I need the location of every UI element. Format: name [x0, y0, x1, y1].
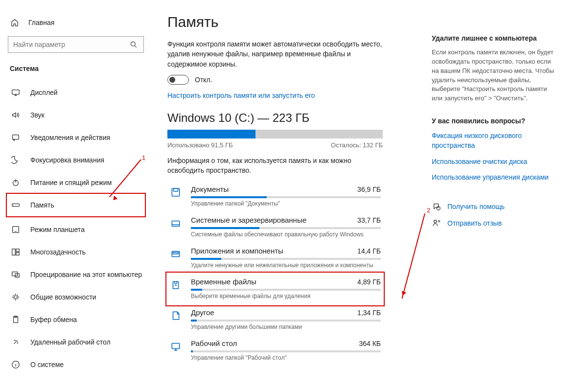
sidebar-item-label: Уведомления и действия [30, 134, 110, 141]
tablet-icon [11, 225, 21, 234]
sidebar-item-label: Общие возможности [30, 293, 96, 301]
sidebar-item-label: Звук [30, 111, 45, 119]
sidebar-item-sound[interactable]: Звук [7, 104, 145, 126]
page-title: Память [167, 14, 412, 30]
help-link-disk-cleanup[interactable]: Использование очистки диска [432, 157, 559, 166]
category-bar [191, 350, 381, 352]
storage-sense-toggle[interactable] [167, 75, 189, 85]
storage-category-row[interactable]: Приложения и компоненты14,4 ГБУдалите не… [167, 243, 383, 274]
svg-rect-2 [13, 135, 19, 139]
home-icon [10, 18, 20, 27]
category-subtitle: Системные файлы обеспечивают правильную … [191, 231, 381, 238]
category-bar [191, 196, 381, 198]
aside-panel: Удалите лишнее с компьютера Если контрол… [432, 14, 559, 388]
power-icon [11, 178, 21, 187]
storage-category-row[interactable]: Системные и зарезервированные33,7 ГБСист… [167, 212, 383, 243]
moon-icon [11, 155, 21, 165]
category-size: 4,89 ГБ [357, 278, 381, 286]
storage-category-row[interactable]: Рабочий стол364 КБУправление папкой "Раб… [167, 335, 383, 366]
home-label: Главная [28, 19, 54, 26]
remote-icon [11, 337, 21, 347]
svg-rect-15 [172, 189, 179, 196]
storage-used-label: Использовано 91,5 ГБ [167, 141, 233, 149]
help-link-disk-mgmt[interactable]: Использование управления дисками [432, 172, 559, 182]
svg-point-5 [13, 205, 14, 205]
category-subtitle: Управление папкой "Документы" [191, 200, 381, 207]
get-help-link[interactable]: Получить помощь [432, 202, 559, 211]
sidebar-item-storage[interactable]: Память [7, 194, 145, 216]
category-title: Другое [191, 308, 214, 317]
svg-rect-19 [173, 253, 179, 254]
category-bar [191, 227, 381, 229]
category-title: Приложения и компоненты [191, 247, 283, 255]
category-bar [191, 289, 381, 291]
home-link[interactable]: Главная [7, 14, 145, 32]
sidebar-item-label: Дисплей [30, 89, 58, 96]
storage-bar-fill [167, 130, 256, 138]
svg-rect-6 [13, 227, 19, 233]
sidebar-item-label: Многозадачность [30, 248, 86, 256]
sidebar-item-remote[interactable]: Удаленный рабочий стол [7, 331, 145, 353]
category-icon [169, 217, 182, 230]
category-title: Рабочий стол [191, 339, 237, 347]
toggle-label: Откл. [195, 76, 212, 84]
svg-rect-9 [16, 253, 19, 255]
sound-icon [11, 110, 21, 120]
svg-point-22 [434, 220, 437, 223]
sidebar-item-multitask[interactable]: Многозадачность [7, 241, 145, 263]
category-size: 33,7 ГБ [357, 216, 381, 224]
category-size: 364 КБ [359, 340, 381, 347]
sidebar-item-label: Проецирование на этот компьютер [30, 271, 142, 278]
sidebar-item-projecting[interactable]: Проецирование на этот компьютер [7, 263, 145, 286]
annotation-label-2: 2 [427, 207, 430, 214]
tip-heading: Удалите лишнее с компьютера [432, 34, 559, 42]
svg-rect-16 [174, 189, 178, 192]
sidebar-item-label: О системе [30, 361, 64, 369]
category-icon [169, 186, 182, 199]
sidebar-item-power[interactable]: Питание и спящий режим [7, 171, 145, 194]
svg-rect-17 [172, 221, 179, 227]
sidebar-item-about[interactable]: О системе [7, 353, 145, 376]
category-title: Временные файлы [191, 277, 256, 286]
sidebar-item-display[interactable]: Дисплей [7, 81, 145, 104]
category-title: Документы [191, 185, 229, 193]
storage-category-row[interactable]: Документы36,9 ГБУправление папкой "Докум… [167, 181, 383, 212]
storage-category-row[interactable]: Другое1,34 ГБУправление другими большими… [167, 304, 383, 335]
category-icon [169, 278, 182, 291]
sidebar-item-notifications[interactable]: Уведомления и действия [7, 126, 145, 149]
sidebar-item-shared[interactable]: Общие возможности [7, 286, 145, 308]
category-icon [169, 340, 182, 353]
category-size: 1,34 ГБ [357, 309, 381, 317]
storage-category-row[interactable]: Временные файлы4,89 ГБВыберите временные… [167, 274, 383, 304]
group-title: Система [7, 62, 145, 81]
questions-heading: У вас появились вопросы? [432, 117, 559, 125]
category-subtitle: Управление папкой "Рабочий стол" [191, 354, 381, 361]
sidebar-item-label: Удаленный рабочий стол [30, 338, 111, 346]
search-input[interactable] [13, 41, 129, 48]
sidebar-item-label: Буфер обмена [30, 316, 77, 323]
category-icon [169, 309, 182, 322]
sidebar-item-clipboard[interactable]: Буфер обмена [7, 308, 145, 331]
info-icon [11, 360, 21, 369]
search-icon [129, 40, 139, 49]
sidebar: Главная Система Дисплей Звук Уведомления… [0, 0, 152, 392]
sidebar-item-label: Фокусировка внимания [30, 156, 104, 164]
help-link-low-disk[interactable]: Фиксация низкого дискового пространства [432, 131, 559, 151]
configure-storage-sense-link[interactable]: Настроить контроль памяти или запустить … [167, 92, 412, 99]
notifications-icon [11, 133, 21, 142]
storage-sense-description: Функция контроля памяти может автоматиче… [167, 39, 383, 69]
project-icon [11, 270, 21, 279]
search-box[interactable] [8, 36, 144, 53]
storage-bar [167, 130, 383, 138]
sidebar-item-focus[interactable]: Фокусировка внимания [7, 149, 145, 171]
give-feedback-label: Отправить отзыв [447, 219, 502, 227]
get-help-label: Получить помощь [447, 203, 505, 210]
sidebar-item-label: Режим планшета [30, 226, 85, 233]
category-subtitle: Удалите ненужные или нежелательные прило… [191, 262, 381, 269]
tip-text: Если контроль памяти включен, он будет о… [432, 48, 559, 103]
category-subtitle: Управление другими большими папками [191, 323, 381, 330]
storage-icon [11, 200, 21, 210]
sidebar-item-tablet[interactable]: Режим планшета [7, 218, 145, 241]
give-feedback-link[interactable]: Отправить отзыв [432, 218, 559, 228]
svg-rect-7 [12, 249, 15, 255]
